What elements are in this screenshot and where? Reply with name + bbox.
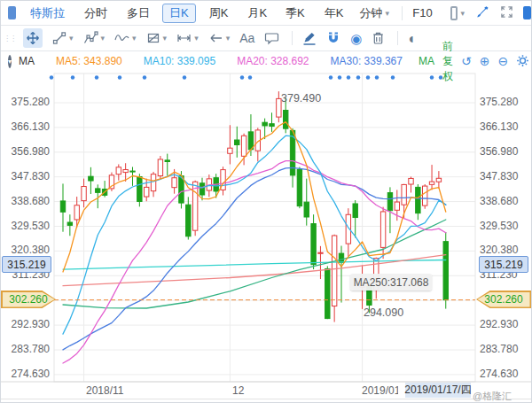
divider (292, 31, 293, 45)
indicator-toggle-icon[interactable]: ▾ (8, 55, 12, 68)
y-axis-label: 366.130 (480, 120, 518, 133)
event-dot[interactable] (430, 75, 434, 79)
drag-handle[interactable]: ⋮⋮ (4, 35, 16, 42)
tab-jik[interactable]: 季K (286, 5, 305, 21)
tab-f10[interactable]: F10 (412, 6, 432, 19)
zoom-in-icon[interactable]: ⊕ (480, 55, 490, 67)
tab-zhouk[interactable]: 周K (209, 5, 229, 21)
gann-box-tool[interactable]: ▾ (146, 31, 168, 45)
panel-right-icon[interactable] (523, 6, 531, 19)
move-tool[interactable] (23, 28, 43, 48)
target-tool[interactable]: ◉ (350, 32, 362, 45)
event-dot[interactable] (366, 75, 370, 79)
x-axis-label: 12 (232, 384, 259, 397)
trash-tool[interactable] (372, 31, 385, 45)
trendline-tool[interactable]: ▾ (52, 31, 74, 45)
event-dot[interactable] (248, 75, 252, 79)
magnet-tool[interactable] (326, 31, 340, 45)
ma-button[interactable]: MA (19, 55, 35, 67)
y-axis-label: 338.680 (480, 195, 518, 207)
y-axis-label: 292.930 (1, 318, 50, 330)
tab-rik-selected[interactable]: 日K (162, 4, 196, 23)
checkbox-icon[interactable] (450, 6, 458, 20)
indicator-bar: ▾ MA MA5: 343.890MA10: 339.095MA20: 328.… (1, 51, 531, 71)
event-dot[interactable] (356, 75, 360, 79)
callout-tool[interactable] (264, 31, 279, 45)
event-dot[interactable] (329, 75, 332, 79)
undo-icon[interactable]: ↺ (461, 55, 472, 67)
tab-duori[interactable]: 多日 (127, 5, 150, 21)
indicator-actions: ↺⊕⊖ (453, 54, 529, 69)
event-dot[interactable] (240, 75, 244, 79)
event-dot[interactable] (338, 75, 341, 79)
y-axis-label: 347.830 (480, 170, 518, 182)
x-axis-label: 2019/01 (362, 384, 398, 397)
text-tool[interactable]: Aa (239, 31, 254, 45)
event-dot[interactable] (118, 75, 121, 79)
chevron-down-icon: ▾ (226, 34, 231, 43)
y-axis-label: 274.630 (480, 368, 518, 380)
event-dot[interactable] (143, 75, 146, 79)
measure-tool[interactable]: ▾ (176, 31, 199, 45)
last-price-tag-right: 302.260 (476, 291, 531, 308)
pencil-tool[interactable] (302, 31, 317, 45)
chevron-down-icon: ▾ (460, 9, 465, 18)
polyline-tool[interactable]: ▾ (83, 31, 106, 45)
y-axis-label: 375.280 (480, 96, 518, 108)
y-axis-label: 375.280 (1, 96, 50, 108)
y-axis-label: 329.530 (480, 220, 518, 232)
event-dot[interactable] (50, 75, 53, 79)
last-price-value: 302.260 (476, 291, 531, 308)
y-axis-label: 320.380 (1, 244, 50, 256)
zoom-out-icon[interactable]: ⊖ (497, 55, 508, 67)
arrow-tool[interactable]: ▾ (208, 31, 231, 45)
watermark: @格隆汇 (473, 390, 512, 403)
ma-value-3: MA30: 339.367 (331, 55, 403, 67)
ma-values: MA5: 343.890MA10: 339.095MA20: 328.692MA… (35, 55, 403, 67)
y-axis-label: 274.630 (1, 368, 50, 380)
chevron-down-icon: ▾ (194, 34, 199, 43)
high-annotation: 379.490 (281, 92, 321, 105)
y-axis-label: 320.380 (480, 244, 518, 256)
y-axis-label: 292.930 (480, 318, 518, 330)
crosshair-price-label-right: 315.219 (479, 256, 528, 273)
event-dot[interactable] (391, 75, 395, 79)
contrast-toggle[interactable]: ◐ (408, 32, 417, 45)
y-axis-label: 329.530 (1, 220, 50, 232)
y-axis-label: 283.780 (1, 343, 50, 355)
tab-fenzhong[interactable]: 分钟 (359, 5, 382, 21)
event-dot[interactable] (71, 75, 74, 79)
y-axis-label: 347.830 (1, 170, 50, 182)
settings-icon[interactable] (516, 54, 529, 69)
event-dot[interactable] (375, 75, 379, 79)
event-dot[interactable] (347, 75, 350, 79)
tab-niank[interactable]: 年K (325, 5, 344, 21)
crosshair-price-label-left: 315.219 (2, 256, 51, 273)
tab-fenshi[interactable]: 分时 (84, 5, 107, 21)
wave-tool[interactable]: ▾ (114, 31, 137, 45)
brush-icon[interactable] (476, 5, 489, 21)
y-axis-label: 356.980 (480, 145, 518, 158)
y-axis-label: 366.130 (1, 120, 50, 133)
event-dot[interactable] (183, 75, 186, 79)
chevron-down-icon: ▾ (69, 34, 74, 43)
ma-value-0: MA5: 343.890 (56, 55, 122, 67)
y-axis-label: 356.980 (1, 145, 50, 158)
panel-left-icon[interactable] (8, 6, 16, 19)
y-axis-label: 338.680 (1, 195, 50, 207)
adjust-mode-label[interactable]: 前复权 (442, 39, 453, 84)
event-dot[interactable] (95, 75, 98, 79)
expand-icon[interactable] (500, 5, 513, 21)
top-tab-bar: 特斯拉 分时 多日 日K 周K 月K 季K 年K 分钟▾ F10 ▾ (1, 1, 531, 26)
low-annotation: 294.090 (364, 306, 403, 319)
ma-green-label[interactable]: MA (419, 55, 434, 67)
chevron-down-icon: ▾ (385, 9, 389, 18)
ma-value-1: MA10: 339.095 (144, 55, 215, 67)
chevron-down-icon: ▾ (101, 34, 106, 43)
last-price-value: 302.260 (1, 291, 56, 308)
tab-yuek[interactable]: 月K (247, 5, 267, 21)
tab-symbol[interactable]: 特斯拉 (30, 5, 65, 21)
chevron-down-icon: ▾ (132, 34, 137, 43)
y-axis-label: 283.780 (480, 343, 518, 355)
app-window: 特斯拉 分时 多日 日K 周K 月K 季K 年K 分钟▾ F10 ▾ ⋮⋮ ▾▾… (0, 0, 532, 403)
